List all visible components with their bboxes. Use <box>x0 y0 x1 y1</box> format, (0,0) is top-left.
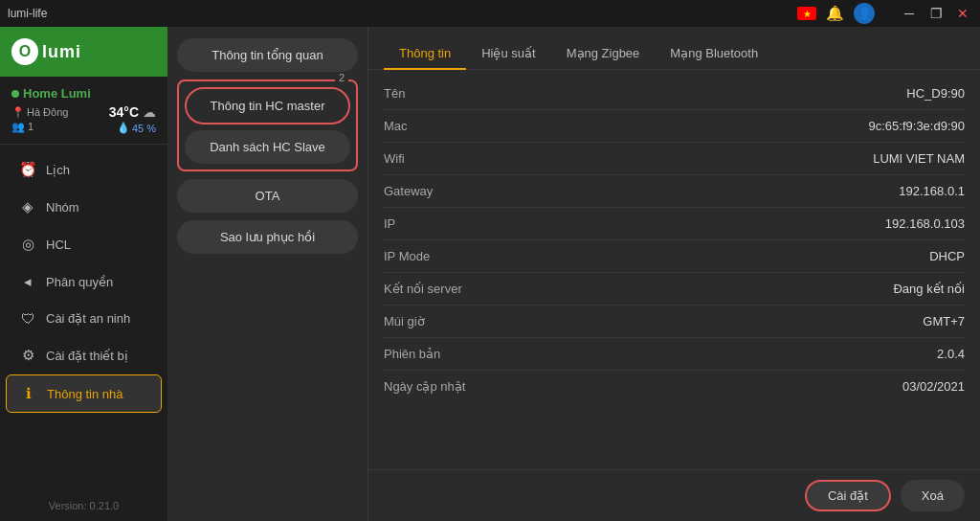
lumi-logo: O lumi <box>11 38 81 65</box>
label-mac: Mac <box>384 119 408 133</box>
maximize-button[interactable]: ❐ <box>926 6 946 21</box>
value-mui-gio: GMT+7 <box>923 314 965 328</box>
right-panel: Thông tin Hiệu suất Mạng Zigbee Mạng Blu… <box>368 27 980 521</box>
info-row-gateway: Gateway 192.168.0.1 <box>384 175 965 208</box>
close-button[interactable]: ✕ <box>953 6 972 21</box>
home-info: Home Lumi 📍 Hà Đông 👥 1 34°C ☁ <box>0 77 167 145</box>
avatar-icon: 👤 <box>858 7 872 20</box>
thong-tin-icon: ℹ <box>20 385 37 402</box>
tab-mang-bluetooth[interactable]: Mạng Bluetooth <box>655 38 773 70</box>
home-users: 👥 1 <box>11 121 68 133</box>
humidity: 💧 45 % <box>117 122 156 134</box>
an-ninh-label: Cài đặt an ninh <box>46 311 130 326</box>
label-ip-mode: IP Mode <box>384 249 430 263</box>
label-ngay-cap-nhat: Ngày cập nhật <box>384 379 465 394</box>
app-container: O lumi Home Lumi 📍 Hà Đông 👥 1 <box>0 27 980 521</box>
flag-icon[interactable]: ★ <box>797 7 816 20</box>
logo-letter: O <box>19 43 31 60</box>
sidebar-item-an-ninh[interactable]: 🛡 Cài đặt an ninh <box>6 301 162 336</box>
danh-sach-hc-slave-button[interactable]: Danh sách HC Slave <box>185 130 350 164</box>
sidebar: O lumi Home Lumi 📍 Hà Đông 👥 1 <box>0 27 167 521</box>
value-ten: HC_D9:90 <box>906 86 965 101</box>
info-table: Tên HC_D9:90 Mac 9c:65:f9:3e:d9:90 Wifi … <box>368 70 980 469</box>
sidebar-item-nhom[interactable]: ◈ Nhóm <box>6 189 162 225</box>
sidebar-item-lich[interactable]: ⏰ Lịch <box>6 151 162 188</box>
info-row-ngay-cap-nhat: Ngày cập nhật 03/02/2021 <box>384 371 965 402</box>
app-title: lumi-life <box>8 7 47 20</box>
home-location: 📍 Hà Đông <box>11 106 68 119</box>
hcl-label: HCL <box>46 238 71 252</box>
hc-master-group: 2 Thông tin HC master Danh sách HC Slave <box>177 79 358 171</box>
tab-mang-zigbee[interactable]: Mạng Zigbee <box>551 38 656 70</box>
value-phien-ban: 2.0.4 <box>937 347 965 361</box>
humidity-icon: 💧 <box>117 122 130 134</box>
tab-thong-tin[interactable]: Thông tin <box>384 38 466 70</box>
sidebar-item-hcl[interactable]: ◎ HCL <box>6 226 162 262</box>
xoa-button[interactable]: Xoá <box>901 480 965 511</box>
label-ip: IP <box>384 216 395 231</box>
info-row-ket-noi: Kết nối server Đang kết nối <box>384 273 965 306</box>
value-wifi: LUMI VIET NAM <box>873 151 965 166</box>
value-mac: 9c:65:f9:3e:d9:90 <box>869 119 965 133</box>
topbar-right-icons: ★ 🔔 👤 <box>788 0 884 27</box>
value-ip: 192.168.0.103 <box>885 216 965 231</box>
middle-panel: Thông tin tổng quan 2 Thông tin HC maste… <box>167 27 368 521</box>
info-row-mui-gio: Múi giờ GMT+7 <box>384 306 965 338</box>
nhom-label: Nhóm <box>46 200 79 215</box>
value-gateway: 192.168.0.1 <box>899 184 965 198</box>
value-ket-noi: Đang kết nối <box>893 282 965 296</box>
home-details: 📍 Hà Đông 👥 1 34°C ☁ 💧 45 % <box>11 104 156 134</box>
home-status-dot <box>11 90 19 98</box>
sidebar-item-phan-quyen[interactable]: ◂ Phân quyền <box>6 263 162 300</box>
lich-icon: ⏰ <box>19 161 36 178</box>
thong-tin-label: Thông tin nhà <box>47 387 123 401</box>
phan-quyen-label: Phân quyền <box>46 275 113 289</box>
phan-quyen-icon: ◂ <box>19 273 36 290</box>
value-ngay-cap-nhat: 03/02/2021 <box>902 379 965 394</box>
thong-tin-tong-quan-button[interactable]: Thông tin tổng quan <box>177 38 358 72</box>
an-ninh-icon: 🛡 <box>19 310 36 327</box>
sao-luu-button[interactable]: Sao lưu phục hồi <box>177 220 358 254</box>
thong-tin-hc-master-button[interactable]: Thông tin HC master <box>185 87 350 125</box>
notification-icon[interactable]: 🔔 <box>826 5 844 22</box>
label-wifi: Wifi <box>384 151 405 166</box>
lich-label: Lịch <box>46 163 70 177</box>
info-row-ip: IP 192.168.0.103 <box>384 208 965 240</box>
thiet-bi-label: Cài đặt thiết bị <box>46 349 128 363</box>
thiet-bi-icon: ⚙ <box>19 347 36 364</box>
sidebar-nav: ⏰ Lịch ◈ Nhóm ◎ HCL ◂ Phân quyền 🛡 Cài đ… <box>0 145 167 490</box>
tab-hieu-suat[interactable]: Hiệu suất <box>466 38 550 70</box>
hcl-icon: ◎ <box>19 236 36 253</box>
label-mui-gio: Múi giờ <box>384 314 425 328</box>
info-row-ten: Tên HC_D9:90 <box>384 78 965 110</box>
value-ip-mode: DHCP <box>929 249 965 263</box>
sidebar-item-thong-tin-nha[interactable]: ℹ Thông tin nhà <box>6 374 162 413</box>
location-icon: 📍 <box>11 106 25 119</box>
cai-dat-button[interactable]: Cài đặt <box>805 480 891 511</box>
label-phien-ban: Phiên bản <box>384 347 440 361</box>
weather-icon: ☁ <box>143 104 156 120</box>
bottom-actions: Cài đặt Xoá <box>368 469 980 521</box>
info-row-mac: Mac 9c:65:f9:3e:d9:90 <box>384 110 965 143</box>
flag-star: ★ <box>803 9 812 19</box>
minimize-button[interactable]: ─ <box>900 6 919 21</box>
info-row-wifi: Wifi LUMI VIET NAM <box>384 143 965 175</box>
info-row-phien-ban: Phiên bản 2.0.4 <box>384 338 965 371</box>
avatar[interactable]: 👤 <box>854 3 875 24</box>
window-controls: ─ ❐ ✕ <box>900 6 972 21</box>
label-ket-noi: Kết nối server <box>384 282 462 296</box>
nhom-icon: ◈ <box>19 198 36 215</box>
sidebar-version: Version: 0.21.0 <box>0 490 167 521</box>
temperature: 34°C <box>109 104 139 120</box>
sidebar-header: O lumi <box>0 27 167 77</box>
logo-circle: O <box>11 38 38 65</box>
tab-bar: Thông tin Hiệu suất Mạng Zigbee Mạng Blu… <box>368 27 980 70</box>
info-row-ip-mode: IP Mode DHCP <box>384 240 965 273</box>
logo-text: lumi <box>42 42 81 62</box>
label-ten: Tên <box>384 86 405 101</box>
home-name: Home Lumi <box>11 86 156 101</box>
sidebar-item-thiet-bi[interactable]: ⚙ Cài đặt thiết bị <box>6 337 162 374</box>
users-icon: 👥 <box>11 121 25 132</box>
group-label: 2 <box>335 72 348 83</box>
ota-button[interactable]: OTA <box>177 179 358 213</box>
